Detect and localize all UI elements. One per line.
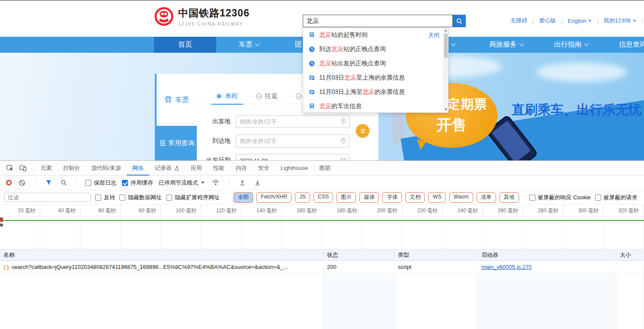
chip-doc[interactable]: 文档 bbox=[405, 192, 425, 203]
tab-security[interactable]: 安全 bbox=[253, 161, 275, 176]
nav-item-guide[interactable]: 出行指南 bbox=[544, 37, 598, 53]
tab-one-way[interactable]: 单程 bbox=[216, 89, 238, 104]
care-version-link[interactable]: 爱心版 bbox=[534, 17, 561, 25]
to-station-input[interactable] bbox=[236, 134, 349, 147]
record-network-button[interactable] bbox=[6, 180, 12, 185]
suggestion-item-start-sale[interactable]: 北京站的起售时间 bbox=[303, 28, 448, 42]
chip-media[interactable]: 媒体 bbox=[359, 192, 379, 203]
export-har-button[interactable] bbox=[253, 177, 262, 189]
ruler-label: 140 毫秒 bbox=[241, 205, 282, 217]
preserve-log-checkbox[interactable]: 保留日志 bbox=[85, 179, 116, 187]
invert-checkbox[interactable]: 反转 bbox=[95, 194, 115, 201]
nav-item-info[interactable]: 信息查询 bbox=[609, 37, 644, 53]
suggestions-scrollbar[interactable] bbox=[443, 28, 448, 112]
search-input[interactable] bbox=[303, 15, 453, 27]
bubble-subtitle: 开售 bbox=[436, 115, 467, 135]
clear-network-button[interactable] bbox=[17, 177, 27, 189]
suggestion-item-tickets-bj-sh[interactable]: 11月03日北京至上海的余票信息 bbox=[303, 70, 448, 85]
filter-toggle-button[interactable] bbox=[44, 177, 53, 189]
tab-sources[interactable]: 源代码/来源 bbox=[86, 161, 127, 176]
accessibility-link[interactable]: 无障碍 bbox=[505, 17, 532, 25]
tab-round-trip[interactable]: 往返 bbox=[256, 89, 278, 104]
chip-font[interactable]: 字体 bbox=[382, 192, 402, 203]
nav-item-hidden-caret[interactable] bbox=[448, 37, 458, 53]
english-link[interactable]: English bbox=[563, 18, 597, 24]
tab-application[interactable]: 应用 bbox=[185, 161, 208, 176]
suggestion-item-tickets-sh-bj[interactable]: 11月03日上海至北京的余票信息 bbox=[303, 85, 448, 99]
chevron-down-icon bbox=[584, 41, 589, 46]
tab-elements[interactable]: 元素 bbox=[35, 161, 58, 176]
date-label: 出发日期 bbox=[197, 157, 236, 160]
chip-manifest[interactable]: 清单 bbox=[477, 192, 496, 203]
close-suggestions-link[interactable]: 关闭 bbox=[428, 32, 439, 39]
request-initiator-link[interactable]: main_v60005.js:270 bbox=[481, 264, 532, 270]
search-icon bbox=[456, 18, 463, 25]
column-header-initiator[interactable]: 启动器 bbox=[478, 249, 616, 260]
ruler-label: 240 毫秒 bbox=[442, 205, 483, 217]
from-label: 出发地 bbox=[197, 118, 236, 125]
tab-console[interactable]: 控制台 bbox=[58, 161, 86, 176]
device-toolbar-button[interactable] bbox=[16, 162, 29, 174]
chip-fetch-xhr[interactable]: Fetch/XHR bbox=[256, 192, 292, 203]
chevron-down-icon bbox=[633, 20, 636, 22]
inspect-element-button[interactable] bbox=[3, 162, 16, 174]
tab-layers[interactable]: 图层 bbox=[314, 161, 336, 176]
chip-js[interactable]: JS bbox=[295, 192, 310, 203]
hide-data-urls-checkbox[interactable]: 隐藏数据网址 bbox=[119, 194, 162, 201]
chevron-down-icon bbox=[588, 20, 592, 22]
chip-all[interactable]: 全部 bbox=[234, 192, 253, 203]
chip-css[interactable]: CSS bbox=[314, 192, 333, 203]
devtools-panel: 元素 控制台 源代码/来源 网络 记录器 应用 性能 内存 安全 Lightho… bbox=[0, 160, 644, 329]
column-header-name[interactable]: 名称 bbox=[0, 249, 324, 260]
menu-item-tickets[interactable]: 车票 bbox=[157, 74, 197, 126]
resource-type-chips: 全部 Fetch/XHR JS CSS 图片 媒体 字体 文档 WS Wasm … bbox=[234, 192, 519, 203]
nav-item-business[interactable]: 商旅服务 bbox=[479, 37, 533, 53]
tab-memory[interactable]: 内存 bbox=[230, 161, 253, 176]
nav-item-home[interactable]: 首页 bbox=[154, 37, 216, 53]
chip-other[interactable]: 其他 bbox=[500, 192, 519, 203]
logo-title: 中国铁路12306 bbox=[178, 6, 250, 20]
network-conditions-button[interactable] bbox=[210, 177, 221, 189]
column-header-size[interactable]: 大小 bbox=[616, 249, 644, 260]
menu-item-common-queries[interactable]: 常用查询 bbox=[157, 126, 197, 160]
hide-extension-urls-checkbox[interactable]: 隐藏扩展程序网址 bbox=[166, 194, 220, 201]
depart-date-input[interactable] bbox=[236, 154, 349, 160]
column-header-type[interactable]: 类型 bbox=[394, 249, 478, 260]
network-search-button[interactable] bbox=[59, 177, 68, 189]
chip-wasm[interactable]: Wasm bbox=[449, 192, 473, 203]
suggestion-item-train-info[interactable]: 北京的车次信息 bbox=[303, 99, 448, 113]
tab-lighthouse[interactable]: Lighthouse bbox=[275, 161, 314, 176]
suggestion-item-departure-punctuality[interactable]: 北京站出发的正晚点查询 bbox=[303, 56, 448, 70]
column-header-status[interactable]: 状态 bbox=[324, 249, 394, 260]
tab-network[interactable]: 网络 bbox=[127, 161, 149, 176]
suggestion-item-arrival-punctuality[interactable]: 到达北京站的正晚点查询 bbox=[303, 42, 448, 56]
scroll-down-button[interactable] bbox=[445, 109, 447, 111]
chip-image[interactable]: 图片 bbox=[336, 192, 356, 203]
import-har-button[interactable] bbox=[237, 177, 247, 189]
blocked-requests-checkbox[interactable]: 被屏蔽的请求 bbox=[595, 194, 638, 201]
chevron-down-icon bbox=[255, 41, 260, 46]
site-logo[interactable]: 中国铁路12306 12306 CHINA RAILWAY bbox=[154, 6, 250, 26]
blocked-cookies-checkbox[interactable]: 被屏蔽的响应 Cookie bbox=[529, 194, 591, 201]
request-row[interactable]: { } search?callback=jQuery11020348082874… bbox=[0, 261, 644, 274]
tab-performance[interactable]: 性能 bbox=[208, 161, 230, 176]
ruler-label: 260 毫秒 bbox=[483, 205, 523, 217]
search-button[interactable] bbox=[453, 15, 466, 27]
from-station-input[interactable] bbox=[236, 115, 349, 128]
funnel-icon bbox=[45, 179, 52, 186]
throttling-dropdown[interactable]: 已停用节流模式 bbox=[159, 179, 205, 187]
filter-input[interactable] bbox=[4, 193, 91, 202]
swap-stations-button[interactable] bbox=[356, 124, 369, 137]
scroll-up-button[interactable] bbox=[445, 29, 447, 32]
scroll-thumb[interactable] bbox=[444, 33, 448, 58]
header-quick-links: 无障碍 | 爱心版 | English | 我的12306 | 登 bbox=[505, 17, 644, 25]
disable-cache-checkbox[interactable]: 停用缓存 bbox=[122, 179, 153, 187]
waterfall-overview[interactable] bbox=[0, 217, 644, 249]
request-table-header: 名称 状态 类型 启动器 大小 bbox=[0, 249, 644, 261]
tab-recorder[interactable]: 记录器 bbox=[149, 161, 185, 176]
request-status: 200 bbox=[324, 261, 394, 273]
nav-item-tickets[interactable]: 车票 bbox=[224, 37, 274, 53]
chip-ws[interactable]: WS bbox=[428, 192, 445, 203]
ruler-label: 60 毫秒 bbox=[80, 205, 121, 217]
my-12306-link[interactable]: 我的12306 bbox=[599, 17, 641, 25]
